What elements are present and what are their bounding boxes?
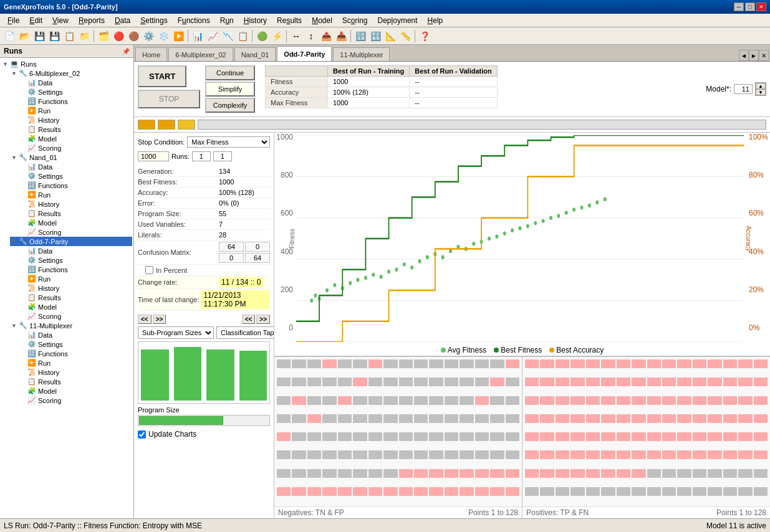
tab-home[interactable]: Home [135,47,167,61]
6mux-results[interactable]: 📋Results [19,125,132,134]
6mux-settings[interactable]: ⚙️Settings [19,87,132,97]
model-up-btn[interactable]: ▲ [756,83,766,89]
toolbar-btn21[interactable]: 📐 [383,29,397,43]
menu-edit[interactable]: Edit [24,15,47,26]
in-percent-checkbox[interactable] [145,266,153,274]
6mux-toggle[interactable]: ▼ [11,70,19,77]
toolbar-btn3[interactable]: 🗂️ [97,29,110,43]
11mux-toggle[interactable]: ▼ [11,323,19,329]
nand-functions[interactable]: 🔢Functions [19,181,132,190]
toolbar-btn2[interactable]: 📁 [77,29,91,43]
odd7-run[interactable]: ▶️Run [19,274,132,283]
6mux-scoring[interactable]: 📈Scoring [19,143,132,153]
toolbar-btn15[interactable]: ↔️ [289,29,303,43]
tree-item-6mux[interactable]: ▼ 🔧 6-Multiplexer_02 [10,69,132,78]
nand-history[interactable]: 📜History [19,199,132,209]
tree-item-odd7[interactable]: ▼ 🔧 Odd-7-Parity [10,237,132,246]
toolbar-btn8[interactable]: ▶️ [171,29,185,43]
menu-deployment[interactable]: Deployment [373,15,423,26]
6mux-run[interactable]: ▶️Run [19,106,132,115]
6mux-data[interactable]: 📊Data [19,78,132,87]
6mux-model[interactable]: 🧩Model [19,134,132,143]
toolbar-btn5[interactable]: 🟤 [127,29,140,43]
toolbar-btn16[interactable]: ↕️ [304,29,318,43]
toolbar-save[interactable]: 💾 [32,29,46,43]
stop-button[interactable]: STOP [138,90,200,108]
11mux-settings[interactable]: ⚙️Settings [19,340,132,349]
11mux-data[interactable]: 📊Data [19,330,132,340]
menu-settings[interactable]: Settings [135,15,172,26]
toolbar-btn17[interactable]: 📤 [319,29,333,43]
model-input[interactable] [734,84,753,94]
tree-item-11mux[interactable]: ▼ 🔧 11-Multiplexer [10,321,132,330]
toolbar-btn1[interactable]: 📋 [62,29,76,43]
menu-file[interactable]: File [2,15,24,26]
odd7-model[interactable]: 🧩Model [19,302,132,311]
toolbar-btn12[interactable]: 📋 [236,29,249,43]
nand-data[interactable]: 📊Data [19,162,132,171]
subprogram-select[interactable]: Sub-Program Sizes [138,326,214,339]
tapestry-select[interactable]: Classification Tapestry [216,326,274,339]
odd7-data[interactable]: 📊Data [19,246,132,255]
odd7-scoring[interactable]: 📈Scoring [19,311,132,321]
nand-toggle[interactable]: ▼ [11,154,19,161]
odd7-settings[interactable]: ⚙️Settings [19,255,132,265]
tab-nand[interactable]: Nand_01 [234,47,276,61]
pin-icon[interactable]: 📌 [122,48,130,55]
11mux-functions[interactable]: 🔢Functions [19,349,132,358]
stop-condition-select[interactable]: Max Fitness Generations Time [187,136,270,148]
toolbar-btn18[interactable]: 📥 [334,29,348,43]
nand-settings[interactable]: ⚙️Settings [19,171,132,181]
menu-run[interactable]: Run [215,15,239,26]
toolbar-new[interactable]: 📄 [2,29,16,43]
nand-model[interactable]: 🧩Model [19,218,132,227]
nav-prev-btn[interactable]: >> [153,315,166,324]
odd7-toggle[interactable]: ▼ [11,239,19,245]
11mux-history[interactable]: 📜History [19,368,132,377]
11mux-model[interactable]: 🧩Model [19,386,132,396]
toolbar-btn6[interactable]: ⚙️ [142,29,155,43]
6mux-history[interactable]: 📜History [19,115,132,125]
toolbar-btn22[interactable]: 📏 [398,29,412,43]
toolbar-btn4[interactable]: 🔴 [112,29,125,43]
nand-scoring[interactable]: 📈Scoring [19,227,132,237]
menu-results[interactable]: Results [272,15,307,26]
runs-value-input[interactable] [138,151,169,161]
toolbar-btn14[interactable]: ⚡ [270,29,284,43]
nav-next-btn[interactable]: << [242,315,256,324]
tree-root-toggle[interactable]: ▼ [2,61,10,67]
6mux-functions[interactable]: 🔢Functions [19,97,132,106]
menu-data[interactable]: Data [110,15,135,26]
toolbar-open[interactable]: 📂 [17,29,31,43]
menu-scoring[interactable]: Scoring [337,15,373,26]
11mux-scoring[interactable]: 📈Scoring [19,396,132,405]
nand-run[interactable]: ▶️Run [19,190,132,199]
11mux-run[interactable]: ▶️Run [19,358,132,368]
toolbar-btn20[interactable]: 🔣 [368,29,382,43]
toolbar-btn7[interactable]: ❄️ [156,29,170,43]
toolbar-btn13[interactable]: 🟢 [255,29,269,43]
menu-reports[interactable]: Reports [74,15,110,26]
complexity-button[interactable]: Complexify [205,98,255,113]
nav-first-btn[interactable]: << [138,315,152,324]
toolbar-btn9[interactable]: 📊 [191,29,205,43]
odd7-history[interactable]: 📜History [19,283,132,293]
toolbar-save2[interactable]: 💾 [47,29,61,43]
menu-view[interactable]: View [47,15,74,26]
nand-results[interactable]: 📋Results [19,209,132,218]
continue-button[interactable]: Continue [205,65,255,80]
nav-last-btn[interactable]: >> [256,315,270,324]
close-button[interactable]: ✕ [756,2,766,11]
tab-nav-right[interactable]: ► [749,50,759,61]
tab-close[interactable]: ✕ [759,50,769,61]
toolbar-btn11[interactable]: 📉 [221,29,234,43]
toolbar-btn19[interactable]: 🔢 [354,29,367,43]
menu-model[interactable]: Model [307,15,337,26]
tree-root[interactable]: ▼ 💻 Runs [1,59,132,69]
minimize-button[interactable]: ─ [734,2,744,11]
menu-functions[interactable]: Functions [173,15,215,26]
update-charts-checkbox[interactable] [138,430,146,439]
toolbar-btn10[interactable]: 📈 [206,29,219,43]
maximize-button[interactable]: □ [745,2,755,11]
model-down-btn[interactable]: ▼ [756,89,766,95]
